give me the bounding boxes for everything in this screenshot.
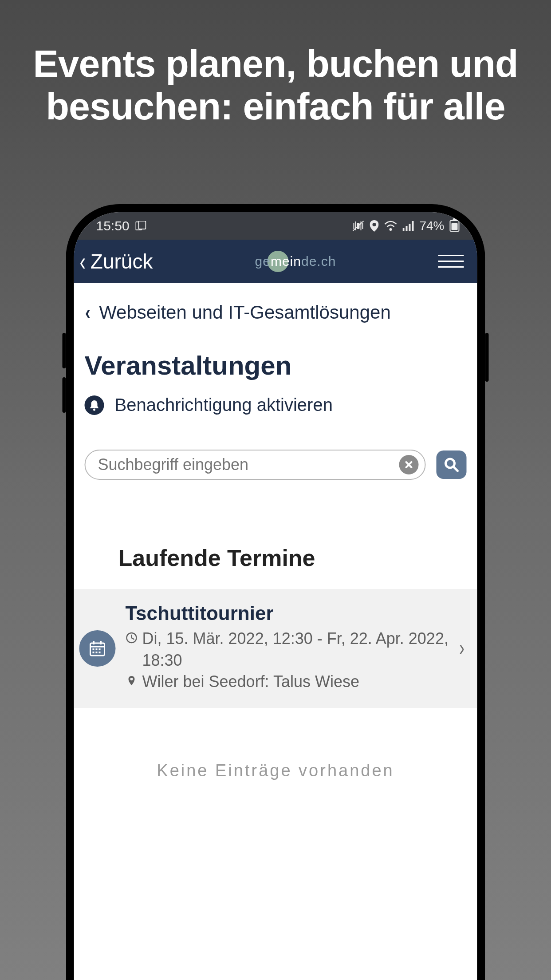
search-field[interactable] (85, 450, 426, 480)
menu-button[interactable] (438, 255, 464, 268)
svg-rect-8 (409, 224, 410, 231)
app-logo: gemeinde.ch (255, 254, 336, 269)
search-icon (444, 457, 460, 473)
svg-rect-6 (402, 228, 404, 231)
vibrate-icon (352, 220, 364, 232)
back-label: Zurück (91, 249, 153, 273)
breadcrumb[interactable]: ‹ Webseiten und IT-Gesamtlösungen (74, 283, 477, 340)
bell-icon (85, 395, 104, 415)
wifi-icon (384, 221, 397, 231)
enable-notifications-button[interactable]: Benachrichtigung aktivieren (74, 393, 477, 437)
location-icon (370, 220, 378, 232)
calendar-icon (79, 630, 116, 667)
clear-search-button[interactable] (399, 455, 419, 474)
svg-rect-20 (93, 652, 94, 653)
svg-rect-19 (99, 648, 101, 650)
close-icon (404, 460, 414, 470)
svg-line-3 (353, 221, 363, 231)
svg-rect-21 (96, 652, 98, 653)
empty-state-message: Keine Einträge vorhanden (74, 708, 477, 780)
search-row (74, 437, 477, 482)
chevron-left-icon: ‹ (79, 249, 86, 274)
search-button[interactable] (437, 450, 467, 479)
svg-point-5 (389, 228, 392, 231)
svg-point-24 (130, 678, 133, 680)
app-header: ‹ Zurück gemeinde.ch (74, 240, 477, 283)
battery-percentage: 74% (419, 219, 444, 233)
chevron-left-icon: ‹ (85, 301, 91, 324)
pin-icon (126, 671, 138, 693)
svg-rect-7 (405, 226, 407, 231)
clock-icon (126, 628, 138, 671)
svg-line-12 (454, 467, 458, 471)
svg-rect-1 (139, 221, 146, 229)
task-icon (136, 221, 146, 231)
svg-rect-17 (93, 648, 94, 650)
svg-rect-22 (99, 652, 101, 653)
event-title: Tschuttitournier (126, 602, 454, 624)
status-time: 15:50 (96, 218, 130, 233)
svg-rect-9 (412, 221, 413, 231)
svg-point-10 (93, 408, 95, 411)
phone-mockup: 15:50 (66, 204, 485, 980)
search-input[interactable] (98, 455, 399, 474)
event-where: Wiler bei Seedorf: Talus Wiese (142, 671, 454, 693)
battery-icon (450, 220, 460, 232)
svg-point-4 (372, 223, 376, 226)
promo-headline: Events planen, buchen und besuchen: einf… (0, 0, 551, 128)
status-bar: 15:50 (74, 212, 477, 240)
event-list-item[interactable]: Tschuttitournier Di, 15. Mär. 2022, 12:3… (74, 589, 477, 708)
chevron-right-icon: › (456, 635, 464, 660)
section-title: Laufende Termine (74, 482, 477, 589)
back-button[interactable]: ‹ Zurück (79, 249, 153, 274)
content-area: ‹ Webseiten und IT-Gesamtlösungen Verans… (74, 283, 477, 780)
page-title: Veranstaltungen (74, 340, 477, 393)
svg-rect-18 (96, 648, 98, 650)
signal-icon (402, 221, 414, 231)
notify-label: Benachrichtigung aktivieren (115, 395, 333, 415)
breadcrumb-label: Webseiten und IT-Gesamtlösungen (99, 302, 391, 323)
event-when: Di, 15. Mär. 2022, 12:30 - Fr, 22. Apr. … (142, 628, 454, 671)
